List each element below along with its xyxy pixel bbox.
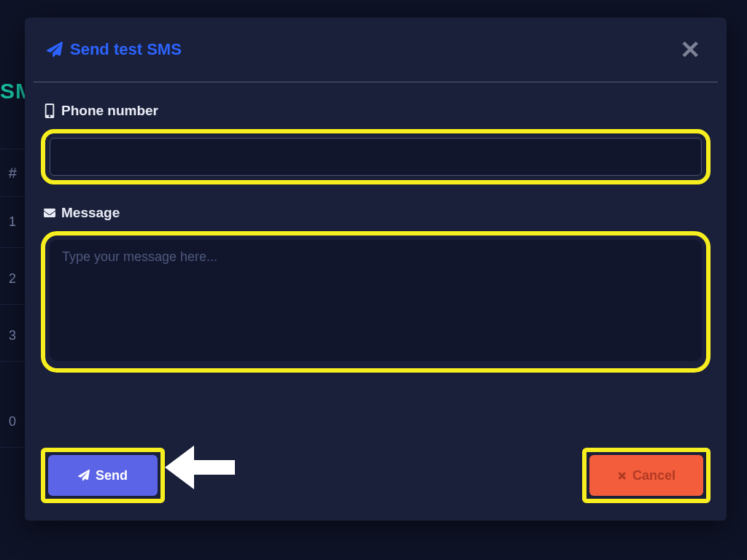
phone-input-highlight [41, 129, 711, 184]
message-label-text: Message [61, 205, 120, 221]
dialog-footer: Send Cancel [25, 432, 727, 521]
dialog-header: Send test SMS ✕ [25, 18, 727, 82]
message-textarea[interactable] [50, 240, 702, 361]
phone-number-field: Phone number [41, 103, 711, 184]
send-button[interactable]: Send [48, 455, 158, 496]
background-row: 3 [0, 311, 25, 362]
dialog-title-text: Send test SMS [70, 40, 182, 59]
message-label: Message [44, 205, 711, 221]
phone-number-label-text: Phone number [61, 103, 158, 119]
background-table-header: # [0, 149, 25, 197]
message-field: Message [41, 205, 711, 373]
background-row: 2 [0, 254, 25, 305]
send-button-highlight: Send [41, 448, 165, 503]
send-button-label: Send [96, 468, 128, 483]
phone-number-input[interactable] [50, 138, 702, 176]
cancel-button-label: Cancel [632, 468, 676, 483]
envelope-icon [44, 206, 55, 220]
dialog-body: Phone number Message [25, 82, 727, 400]
dialog-title: Send test SMS [47, 40, 182, 59]
cancel-button-highlight: Cancel [582, 448, 711, 503]
header-divider [34, 82, 718, 82]
close-icon [617, 471, 627, 481]
message-input-highlight [41, 231, 711, 373]
paper-plane-icon [78, 470, 90, 481]
background-row: 1 [0, 197, 25, 248]
cancel-button[interactable]: Cancel [589, 455, 703, 496]
mobile-icon [44, 104, 55, 118]
close-button[interactable]: ✕ [676, 35, 705, 64]
background-row: 0 [0, 397, 25, 448]
close-icon: ✕ [680, 37, 700, 62]
phone-number-label: Phone number [44, 103, 711, 119]
paper-plane-icon [47, 42, 63, 58]
send-test-sms-dialog: Send test SMS ✕ Phone number Message [25, 18, 727, 521]
